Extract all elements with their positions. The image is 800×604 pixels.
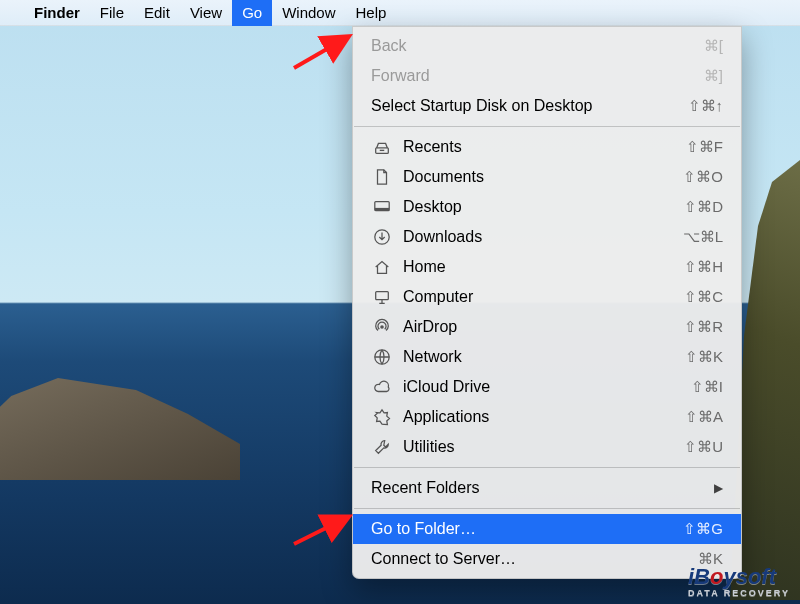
apple-menu[interactable]: [14, 10, 24, 16]
svg-line-9: [294, 518, 346, 544]
svg-point-6: [380, 325, 384, 329]
menubar: Finder File Edit View Go Window Help: [0, 0, 800, 26]
menubar-item-window[interactable]: Window: [272, 0, 345, 26]
menu-item-desktop[interactable]: Desktop ⇧⌘D: [353, 192, 741, 222]
menu-item-computer[interactable]: Computer ⇧⌘C: [353, 282, 741, 312]
menu-shortcut: ⇧⌘I: [691, 378, 723, 396]
menu-item-documents[interactable]: Documents ⇧⌘O: [353, 162, 741, 192]
svg-rect-1: [380, 150, 385, 151]
menu-label: Go to Folder…: [371, 520, 683, 538]
menu-label: Computer: [403, 288, 684, 306]
menu-label: iCloud Drive: [403, 378, 691, 396]
menu-item-back: Back ⌘[: [353, 31, 741, 61]
menu-item-recent-folders[interactable]: Recent Folders ▶: [353, 473, 741, 503]
menu-shortcut: ⇧⌘K: [685, 348, 723, 366]
menu-item-airdrop[interactable]: AirDrop ⇧⌘R: [353, 312, 741, 342]
menu-item-utilities[interactable]: Utilities ⇧⌘U: [353, 432, 741, 462]
menubar-item-file[interactable]: File: [90, 0, 134, 26]
menu-shortcut: ⌥⌘L: [683, 228, 723, 246]
menu-item-network[interactable]: Network ⇧⌘K: [353, 342, 741, 372]
menu-label: Network: [403, 348, 685, 366]
network-icon: [371, 348, 393, 366]
home-icon: [371, 258, 393, 276]
menu-separator: [354, 467, 740, 468]
svg-rect-3: [375, 208, 389, 211]
documents-icon: [371, 168, 393, 186]
menu-shortcut: ⇧⌘↑: [688, 97, 724, 115]
menu-shortcut: ⇧⌘R: [684, 318, 723, 336]
submenu-arrow-icon: ▶: [714, 481, 723, 495]
icloud-icon: [371, 378, 393, 396]
menu-item-applications[interactable]: Applications ⇧⌘A: [353, 402, 741, 432]
menu-label: Home: [403, 258, 684, 276]
menubar-item-help[interactable]: Help: [346, 0, 397, 26]
menu-shortcut: ⇧⌘C: [684, 288, 723, 306]
menu-label: Forward: [371, 67, 704, 85]
menu-shortcut: ⌘]: [704, 67, 723, 85]
wallpaper-rock: [0, 300, 320, 604]
svg-rect-5: [376, 292, 389, 300]
menu-shortcut: ⇧⌘U: [684, 438, 723, 456]
menu-label: Recents: [403, 138, 686, 156]
computer-icon: [371, 288, 393, 306]
menu-shortcut: ⇧⌘F: [686, 138, 723, 156]
watermark-tagline: DATA RECOVERY: [688, 588, 790, 598]
watermark-logo: iBoysoft DATA RECOVERY: [688, 564, 790, 598]
menu-item-home[interactable]: Home ⇧⌘H: [353, 252, 741, 282]
menu-label: Desktop: [403, 198, 684, 216]
menu-item-go-to-folder[interactable]: Go to Folder… ⇧⌘G: [353, 514, 741, 544]
menu-item-forward: Forward ⌘]: [353, 61, 741, 91]
menu-item-icloud-drive[interactable]: iCloud Drive ⇧⌘I: [353, 372, 741, 402]
annotation-arrow-top: [290, 32, 360, 72]
menu-item-recents[interactable]: Recents ⇧⌘F: [353, 132, 741, 162]
menu-label: Back: [371, 37, 704, 55]
menu-shortcut: ⇧⌘H: [684, 258, 723, 276]
menu-shortcut: ⇧⌘D: [684, 198, 723, 216]
menubar-item-go[interactable]: Go: [232, 0, 272, 26]
menu-item-select-startup-disk[interactable]: Select Startup Disk on Desktop ⇧⌘↑: [353, 91, 741, 121]
menu-label: AirDrop: [403, 318, 684, 336]
downloads-icon: [371, 228, 393, 246]
menu-label: Select Startup Disk on Desktop: [371, 97, 688, 115]
menu-label: Downloads: [403, 228, 683, 246]
menubar-item-view[interactable]: View: [180, 0, 232, 26]
menu-label: Recent Folders: [371, 479, 706, 497]
recents-icon: [371, 138, 393, 156]
annotation-arrow-bottom: [290, 508, 360, 548]
menu-label: Connect to Server…: [371, 550, 698, 568]
menu-item-connect-to-server[interactable]: Connect to Server… ⌘K: [353, 544, 741, 574]
menu-shortcut: ⌘[: [704, 37, 723, 55]
menubar-app-name[interactable]: Finder: [24, 0, 90, 26]
menu-shortcut: ⇧⌘A: [685, 408, 723, 426]
menu-label: Documents: [403, 168, 683, 186]
menu-label: Utilities: [403, 438, 684, 456]
menu-label: Applications: [403, 408, 685, 426]
airdrop-icon: [371, 318, 393, 336]
menu-separator: [354, 508, 740, 509]
utilities-icon: [371, 438, 393, 456]
menu-shortcut: ⇧⌘O: [683, 168, 723, 186]
menu-separator: [354, 126, 740, 127]
svg-line-8: [294, 38, 346, 68]
menu-shortcut: ⇧⌘G: [683, 520, 723, 538]
desktop-icon: [371, 198, 393, 216]
go-menu-dropdown: Back ⌘[ Forward ⌘] Select Startup Disk o…: [352, 26, 742, 579]
menubar-item-edit[interactable]: Edit: [134, 0, 180, 26]
watermark-text: iBoysoft: [688, 564, 776, 589]
menu-item-downloads[interactable]: Downloads ⌥⌘L: [353, 222, 741, 252]
applications-icon: [371, 408, 393, 426]
